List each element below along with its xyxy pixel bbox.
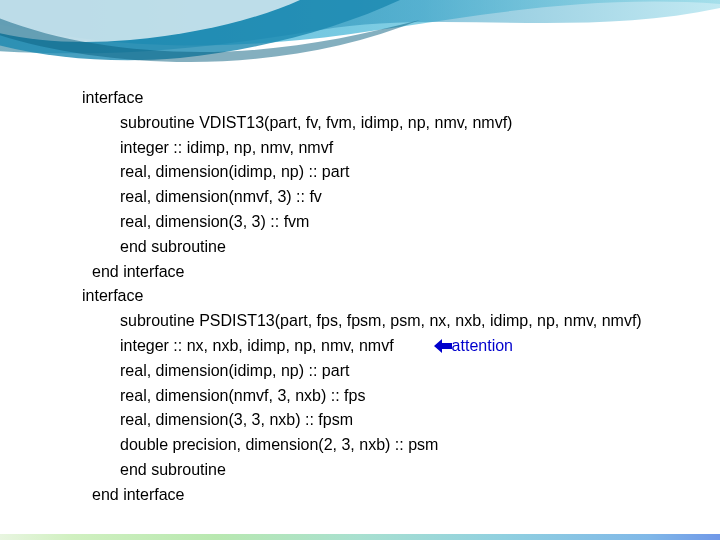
attention-callout: attention (434, 334, 513, 359)
code-line: end subroutine (82, 458, 682, 483)
code-line: end interface (82, 260, 682, 285)
code-line: real, dimension(3, 3, nxb) :: fpsm (82, 408, 682, 433)
code-line: real, dimension(3, 3) :: fvm (82, 210, 682, 235)
code-line: integer :: idimp, np, nmv, nmvf (82, 136, 682, 161)
left-arrow-icon (434, 337, 452, 354)
code-line: end interface (82, 483, 682, 508)
code-line: subroutine VDIST13(part, fv, fvm, idimp,… (82, 111, 682, 136)
code-line: real, dimension(idimp, np) :: part (82, 160, 682, 185)
code-line: interface (82, 284, 682, 309)
code-line: subroutine PSDIST13(part, fps, fpsm, psm… (82, 309, 682, 334)
code-line: double precision, dimension(2, 3, nxb) :… (82, 433, 682, 458)
code-text: integer :: nx, nxb, idimp, np, nmv, nmvf (120, 337, 394, 354)
code-line: real, dimension(idimp, np) :: part (82, 359, 682, 384)
code-line: real, dimension(nmvf, 3) :: fv (82, 185, 682, 210)
code-line: interface (82, 86, 682, 111)
wave-svg (0, 0, 720, 90)
code-listing: interface subroutine VDIST13(part, fv, f… (82, 86, 682, 508)
decorative-bottom-border (0, 534, 720, 540)
code-line: real, dimension(nmvf, 3, nxb) :: fps (82, 384, 682, 409)
code-line: integer :: nx, nxb, idimp, np, nmv, nmvf… (82, 334, 682, 359)
attention-text: attention (452, 337, 513, 354)
code-line: end subroutine (82, 235, 682, 260)
decorative-wave-header (0, 0, 720, 90)
